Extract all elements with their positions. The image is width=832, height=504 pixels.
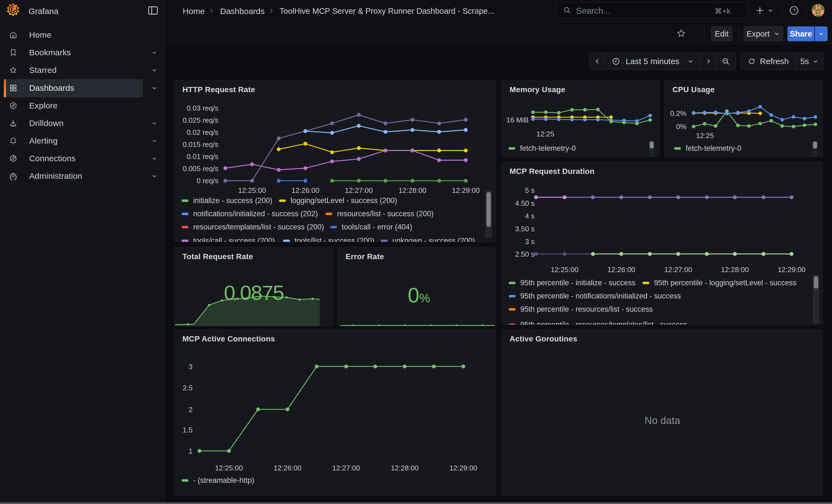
- svg-text:3 s: 3 s: [525, 237, 535, 246]
- svg-text:2: 2: [189, 405, 192, 414]
- svg-text:1.5: 1.5: [183, 426, 192, 434]
- svg-text:12:25:00: 12:25:00: [550, 265, 578, 274]
- svg-text:12:26:00: 12:26:00: [607, 265, 635, 274]
- svg-text:12:29:00: 12:29:00: [778, 265, 805, 274]
- svg-text:1: 1: [189, 447, 192, 455]
- svg-text:0.01 req/s: 0.01 req/s: [186, 152, 218, 161]
- svg-text:12:27:00: 12:27:00: [664, 265, 692, 274]
- svg-text:4.50 s: 4.50 s: [515, 199, 535, 207]
- svg-text:4 s: 4 s: [525, 212, 535, 220]
- svg-text:12:27:00: 12:27:00: [332, 464, 360, 472]
- svg-text:0 req/s: 0 req/s: [197, 177, 219, 185]
- svg-text:12:29:00: 12:29:00: [452, 186, 479, 194]
- svg-text:16 MiB: 16 MiB: [506, 116, 528, 124]
- svg-text:?: ?: [792, 8, 796, 14]
- svg-text:12:25: 12:25: [536, 130, 554, 138]
- svg-text:12:28:00: 12:28:00: [391, 464, 418, 472]
- svg-text:3: 3: [189, 363, 192, 371]
- svg-text:0.015 req/s: 0.015 req/s: [183, 140, 218, 149]
- svg-text:2.50 s: 2.50 s: [515, 250, 535, 258]
- svg-text:0.02 req/s: 0.02 req/s: [186, 128, 218, 136]
- svg-text:12:25:00: 12:25:00: [238, 186, 266, 194]
- svg-text:5 s: 5 s: [525, 186, 535, 194]
- svg-text:12:26:00: 12:26:00: [291, 186, 319, 194]
- svg-text:2.5: 2.5: [183, 384, 192, 392]
- svg-text:12:27:00: 12:27:00: [345, 186, 372, 194]
- svg-text:3.50 s: 3.50 s: [515, 225, 535, 233]
- svg-text:12:25:00: 12:25:00: [215, 464, 243, 472]
- svg-text:0.005 req/s: 0.005 req/s: [183, 164, 218, 173]
- svg-text:12:28:00: 12:28:00: [721, 265, 749, 274]
- svg-text:12:26:00: 12:26:00: [274, 464, 301, 472]
- svg-text:0.025 req/s: 0.025 req/s: [183, 116, 218, 124]
- svg-text:0.2%: 0.2%: [670, 109, 686, 117]
- svg-text:12:25: 12:25: [696, 132, 714, 140]
- svg-text:0.03 req/s: 0.03 req/s: [186, 104, 218, 112]
- svg-text:12:28:00: 12:28:00: [398, 186, 426, 194]
- svg-text:0%: 0%: [676, 123, 686, 131]
- svg-text:12:29:00: 12:29:00: [449, 464, 477, 472]
